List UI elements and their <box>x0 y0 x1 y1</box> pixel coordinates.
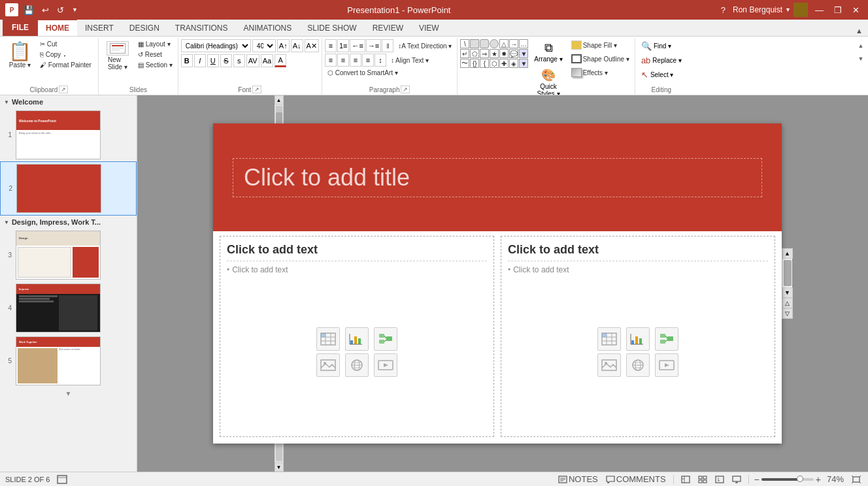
shape-brace[interactable]: { <box>480 59 489 68</box>
section-2-header[interactable]: ▼ Design, Impress, Work T... <box>0 216 137 229</box>
new-slide-button[interactable]: NewSlide ▾ <box>101 39 134 73</box>
insert-picture-icon-r[interactable] <box>597 353 621 377</box>
slide-info-icon-button[interactable] <box>55 475 69 484</box>
cut-button[interactable]: ✂ Cut <box>37 39 94 49</box>
bold-button[interactable]: B <box>181 54 193 67</box>
shape-wave[interactable]: 〜 <box>460 59 469 68</box>
font-dialog-launcher[interactable]: ↗ <box>252 86 261 93</box>
left-scroll-down[interactable]: ▼ <box>275 462 284 472</box>
redo-button[interactable]: ↺ <box>54 4 67 16</box>
slide-title-area[interactable]: Click to add title <box>213 123 782 231</box>
align-center-button[interactable]: ≡ <box>337 54 349 67</box>
zoom-level-button[interactable]: 74% <box>825 474 846 484</box>
font-grow-button[interactable]: A↑ <box>277 39 290 52</box>
tab-home[interactable]: HOME <box>38 19 77 36</box>
section-1-header[interactable]: ▼ Welcome <box>0 95 137 108</box>
shape-rounded-rect[interactable] <box>480 39 489 48</box>
underline-button[interactable]: U <box>207 54 219 67</box>
layout-button[interactable]: ▦ Layout ▾ <box>135 39 175 49</box>
insert-table-icon-r[interactable] <box>597 327 621 351</box>
align-left-button[interactable]: ≡ <box>325 54 337 67</box>
save-button[interactable]: 💾 <box>21 4 37 16</box>
right-scroll-up[interactable]: ▲ <box>782 248 793 259</box>
slide-sorter-button[interactable] <box>696 476 709 483</box>
zoom-thumb[interactable] <box>797 476 803 482</box>
zoom-minus-button[interactable]: − <box>754 474 760 485</box>
ribbon-scroll-up[interactable]: ▲ <box>855 39 867 52</box>
insert-video-icon-r[interactable] <box>655 353 678 377</box>
font-shrink-button[interactable]: A↓ <box>291 39 303 52</box>
insert-chart-icon[interactable] <box>345 327 369 351</box>
undo-button[interactable]: ↩ <box>39 4 52 16</box>
tab-insert[interactable]: INSERT <box>77 20 122 36</box>
shape-scroll[interactable]: ▼ <box>519 59 528 68</box>
numbering-button[interactable]: 1≡ <box>337 39 350 52</box>
shadow-button[interactable]: s <box>233 54 245 67</box>
right-scroll-down[interactable]: ▼ <box>782 287 793 298</box>
font-size-select[interactable]: 40 <box>252 39 276 52</box>
content-box-left-title[interactable]: Click to add text <box>227 243 487 261</box>
justify-button[interactable]: ≡ <box>362 54 374 67</box>
zoom-plus-button[interactable]: + <box>816 474 821 485</box>
bullets-button[interactable]: ≡ <box>325 39 337 52</box>
content-box-right-text[interactable]: Click to add text <box>508 265 768 274</box>
insert-online-icon-r[interactable] <box>626 353 650 377</box>
slide-item-1[interactable]: 1 Welcome to PowerPoint Bring your ideas… <box>0 108 137 161</box>
normal-view-button[interactable] <box>679 476 692 483</box>
align-right-button[interactable]: ≡ <box>350 54 361 67</box>
shape-callout[interactable]: 💬 <box>509 49 518 58</box>
clipboard-dialog-launcher[interactable]: ↗ <box>59 86 68 93</box>
ribbon-scroll-down[interactable]: ▼ <box>855 52 867 65</box>
shape-pentagon[interactable]: ⬠ <box>470 49 479 58</box>
quick-styles-button[interactable]: 🎨 QuickStyles ▾ <box>531 66 565 95</box>
change-case-button[interactable]: Aa <box>261 54 273 67</box>
align-text-button[interactable]: ↕ Align Text ▾ <box>388 56 431 65</box>
shape-rect[interactable] <box>470 39 479 48</box>
zoom-bar[interactable] <box>761 478 814 481</box>
shape-more2[interactable]: ▼ <box>519 49 528 58</box>
line-spacing-button[interactable]: ↕ <box>375 54 386 67</box>
tab-transitions[interactable]: TRANSITIONS <box>167 20 236 36</box>
content-box-right[interactable]: Click to add text Click to add text <box>501 236 775 437</box>
user-dropdown-arrow[interactable]: ▼ <box>785 7 791 13</box>
decrease-indent-button[interactable]: ←≡ <box>350 39 365 52</box>
convert-smartart-button[interactable]: ⬡ Convert to SmartArt ▾ <box>325 68 401 78</box>
paste-button[interactable]: 📋 Paste ▾ <box>4 39 36 72</box>
slide-item-5[interactable]: 5 Work Together Work smarter not harder.… <box>0 334 137 387</box>
italic-button[interactable]: I <box>194 54 206 67</box>
slideshow-button[interactable] <box>730 476 743 483</box>
slide-item-3[interactable]: 3 Design <box>0 229 137 282</box>
strikethrough-button[interactable]: S <box>220 54 232 67</box>
select-button[interactable]: ↖ Select ▾ <box>638 68 685 82</box>
comments-button[interactable]: COMMENTS <box>604 474 668 484</box>
slide-title-placeholder[interactable]: Click to add title <box>233 158 762 197</box>
arrange-button[interactable]: ⧉ Arrange ▾ <box>531 39 565 65</box>
tab-review[interactable]: REVIEW <box>365 20 411 36</box>
tab-design[interactable]: DESIGN <box>122 20 167 36</box>
close-button[interactable]: ✕ <box>849 4 863 16</box>
insert-video-icon[interactable] <box>374 353 397 377</box>
qat-customize-button[interactable]: ▼ <box>69 5 80 14</box>
section-button[interactable]: ▤ Section ▾ <box>135 60 175 70</box>
char-spacing-button[interactable]: AV <box>246 54 259 67</box>
right-scroll-step-up[interactable]: △ <box>782 298 793 308</box>
minimize-button[interactable]: — <box>812 4 827 16</box>
copy-button[interactable]: ⎘ Copy ▾ <box>37 50 94 59</box>
shape-effects-button[interactable]: Effects ▾ <box>569 67 632 78</box>
shape-misc[interactable]: ◈ <box>509 59 518 68</box>
shape-bent-arrow[interactable]: ↵ <box>460 49 469 58</box>
tab-view[interactable]: VIEW <box>411 20 447 36</box>
shape-circle[interactable] <box>490 39 499 48</box>
left-scroll-up[interactable]: ▲ <box>275 95 284 105</box>
shape-fill-button[interactable]: Shape Fill ▾ <box>569 39 632 51</box>
help-button[interactable]: ? <box>718 4 729 16</box>
insert-chart-icon-r[interactable] <box>626 327 650 351</box>
shape-star[interactable]: ★ <box>490 49 499 58</box>
right-scroll-step-down[interactable]: ▽ <box>782 308 793 319</box>
shape-cube[interactable]: ⬡ <box>490 59 499 68</box>
clear-formatting-button[interactable]: A✕ <box>305 39 319 52</box>
reset-button[interactable]: ↺ Reset <box>135 50 175 59</box>
ribbon-collapse-button[interactable]: ▲ <box>853 25 865 36</box>
shape-right-arrow[interactable]: → <box>509 39 518 48</box>
content-box-right-title[interactable]: Click to add text <box>508 243 768 261</box>
